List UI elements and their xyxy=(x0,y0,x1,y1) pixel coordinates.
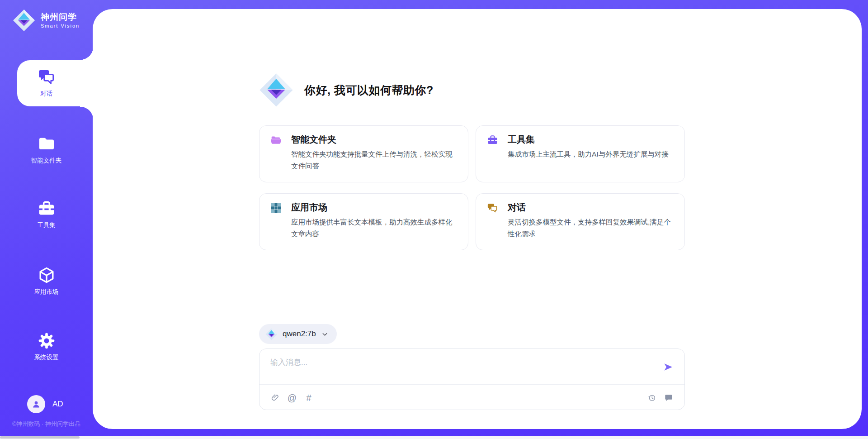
card-title: 应用市场 xyxy=(291,201,327,214)
greeting-block: 你好, 我可以如何帮助你? xyxy=(259,73,434,107)
mention-icon: @ xyxy=(288,393,297,403)
card-title: 智能文件夹 xyxy=(291,134,336,146)
toolbox-icon xyxy=(38,200,56,218)
card-description: 应用市场提供丰富长文本模板，助力高效生成多样化文章内容 xyxy=(291,216,458,239)
feature-card-chat[interactable]: 对话 灵活切换多模型文件，支持多样回复效果调试,满足个性化需求 xyxy=(476,193,685,250)
avatar xyxy=(27,395,45,413)
card-description: 智能文件夹功能支持批量文件上传与清洗，轻松实现文件问答 xyxy=(291,148,458,172)
message-input[interactable] xyxy=(270,357,655,381)
person-icon xyxy=(31,399,42,410)
paperclip-icon xyxy=(271,393,280,402)
history-icon xyxy=(647,393,656,402)
message-composer: @ # xyxy=(259,348,685,410)
card-title: 对话 xyxy=(508,201,526,214)
feature-card-toolset[interactable]: 工具集 集成市场上主流工具，助力AI与外界无缝扩展与对接 xyxy=(476,125,685,182)
sidebar-item-label: 系统设置 xyxy=(0,353,93,362)
mention-button[interactable]: @ xyxy=(287,393,297,403)
send-icon[interactable] xyxy=(663,362,674,372)
active-tab-fillet-bottom xyxy=(80,106,94,120)
copyright-text: ©神州数码 · 神州问学出品 xyxy=(0,420,93,428)
card-description: 集成市场上主流工具，助力AI与外界无缝扩展与对接 xyxy=(508,148,675,160)
card-description: 灵活切换多模型文件，支持多样回复效果调试,满足个性化需求 xyxy=(508,216,675,239)
feature-card-app-market[interactable]: 应用市场 应用市场提供丰富长文本模板，助力高效生成多样化文章内容 xyxy=(259,193,468,250)
main-panel: 你好, 我可以如何帮助你? 智能文件夹 智能文件夹功能支持批量文件上传与清洗，轻… xyxy=(93,9,862,429)
composer-toolbar: @ # xyxy=(270,391,674,405)
hash-icon: # xyxy=(306,393,311,403)
feature-cards: 智能文件夹 智能文件夹功能支持批量文件上传与清洗，轻松实现文件问答 工具集 集成… xyxy=(259,125,685,250)
grid-icon xyxy=(270,202,282,214)
sidebar-item-app-market[interactable]: 应用市场 xyxy=(0,266,93,296)
folder-open-icon xyxy=(270,134,282,146)
sidebar-item-smart-folder[interactable]: 智能文件夹 xyxy=(0,135,93,165)
history-button[interactable] xyxy=(647,393,657,403)
speech-bubble-icon xyxy=(664,393,673,402)
feature-card-smart-folder[interactable]: 智能文件夹 智能文件夹功能支持批量文件上传与清洗，轻松实现文件问答 xyxy=(259,125,468,182)
user-profile[interactable]: AD xyxy=(27,395,63,413)
chevron-down-icon xyxy=(321,330,329,338)
sidebar-item-label: 智能文件夹 xyxy=(0,157,93,165)
active-tab-fillet-top xyxy=(80,47,94,60)
main-content: 你好, 我可以如何帮助你? 智能文件夹 智能文件夹功能支持批量文件上传与清洗，轻… xyxy=(259,9,685,429)
cube-icon xyxy=(38,266,56,284)
gear-icon xyxy=(38,332,56,350)
scrollbar-thumb[interactable] xyxy=(0,436,80,439)
user-name: AD xyxy=(52,400,63,409)
sidebar-item-toolset[interactable]: 工具集 xyxy=(0,200,93,229)
app-subtitle: Smart Vision xyxy=(41,23,80,29)
brand-diamond-icon xyxy=(259,73,293,107)
greeting-title: 你好, 我可以如何帮助你? xyxy=(304,83,434,98)
toolbox-icon xyxy=(487,134,498,146)
horizontal-scrollbar[interactable] xyxy=(0,436,868,439)
model-selector[interactable]: qwen2:7b xyxy=(259,324,337,344)
topic-button[interactable]: # xyxy=(304,393,314,403)
sidebar: 神州问学 Smart Vision 对话 智能文件夹 工具集 应用市场 系统设置 xyxy=(0,0,93,436)
sidebar-item-label: 工具集 xyxy=(0,221,93,229)
attachment-button[interactable] xyxy=(270,393,280,403)
sidebar-item-label: 对话 xyxy=(0,90,93,98)
feedback-button[interactable] xyxy=(664,393,674,403)
composer-divider xyxy=(259,384,684,385)
sidebar-item-settings[interactable]: 系统设置 xyxy=(0,332,93,362)
app-root: 神州问学 Smart Vision 对话 智能文件夹 工具集 应用市场 系统设置 xyxy=(0,0,868,439)
sidebar-item-label: 应用市场 xyxy=(0,288,93,296)
brand-diamond-icon xyxy=(13,9,35,32)
brand-diamond-icon xyxy=(265,328,278,340)
chat-icon xyxy=(487,202,498,214)
sidebar-item-chat[interactable]: 对话 xyxy=(0,68,93,98)
folder-icon xyxy=(38,135,56,153)
model-name: qwen2:7b xyxy=(283,329,316,339)
card-title: 工具集 xyxy=(508,134,535,146)
app-logo: 神州问学 Smart Vision xyxy=(13,9,80,32)
app-title: 神州问学 xyxy=(41,12,80,22)
chat-icon xyxy=(38,68,56,86)
